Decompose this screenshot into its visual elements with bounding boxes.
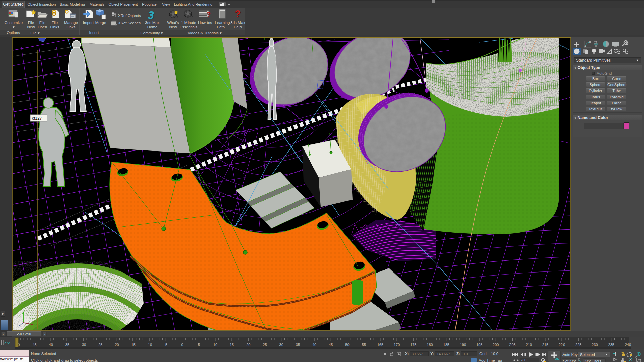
svg-text:210: 210 xyxy=(526,343,532,347)
svg-text:30: 30 xyxy=(279,343,283,347)
svg-text:20: 20 xyxy=(246,343,250,347)
svg-text:-25: -25 xyxy=(97,343,103,347)
svg-text:-10: -10 xyxy=(147,343,152,347)
svg-text:-35: -35 xyxy=(64,343,69,347)
svg-text:165: 165 xyxy=(377,343,383,347)
svg-text:180: 180 xyxy=(427,343,433,347)
svg-text:195: 195 xyxy=(476,343,482,347)
svg-text:200: 200 xyxy=(493,343,499,347)
svg-text:240: 240 xyxy=(625,343,631,347)
svg-text:55: 55 xyxy=(362,343,366,347)
svg-text:15: 15 xyxy=(230,343,234,347)
svg-text:-30: -30 xyxy=(80,343,86,347)
svg-text:185: 185 xyxy=(443,343,449,347)
svg-text:50: 50 xyxy=(345,343,349,347)
svg-text:0: 0 xyxy=(181,343,183,347)
svg-text:-15: -15 xyxy=(130,343,136,347)
svg-text:10: 10 xyxy=(213,343,217,347)
svg-text:25: 25 xyxy=(263,343,267,347)
svg-text:5: 5 xyxy=(198,343,200,347)
svg-text:220: 220 xyxy=(559,343,565,347)
svg-text:215: 215 xyxy=(542,343,548,347)
svg-text:235: 235 xyxy=(608,343,614,347)
svg-text:190: 190 xyxy=(460,343,466,347)
svg-text:35: 35 xyxy=(296,343,300,347)
svg-text:-45: -45 xyxy=(31,343,37,347)
svg-text:45: 45 xyxy=(329,343,333,347)
svg-text:ct127: ct127 xyxy=(32,116,42,121)
svg-text:175: 175 xyxy=(410,343,416,347)
svg-text:-20: -20 xyxy=(114,343,119,347)
svg-text:225: 225 xyxy=(575,343,581,347)
svg-text:230: 230 xyxy=(592,343,598,347)
svg-text:170: 170 xyxy=(394,343,400,347)
svg-text:-40: -40 xyxy=(48,343,53,347)
svg-text:-5: -5 xyxy=(164,343,167,347)
svg-text:40: 40 xyxy=(312,343,316,347)
svg-text:205: 205 xyxy=(509,343,515,347)
